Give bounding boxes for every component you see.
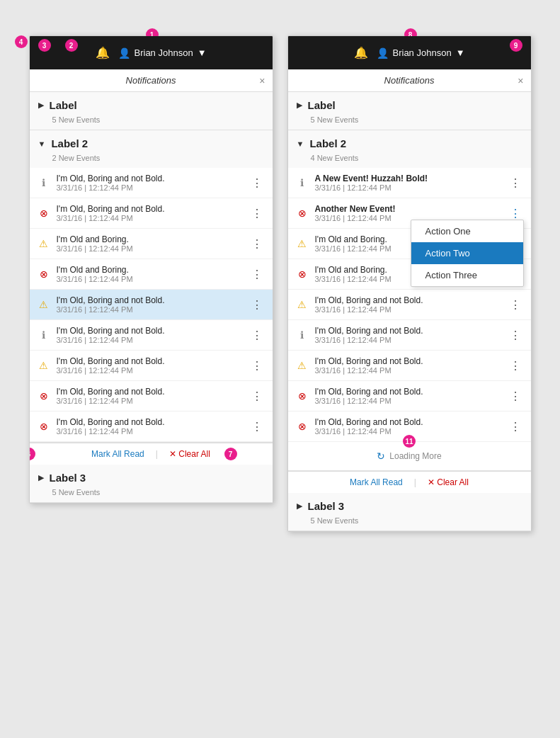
right-clear-all-label: Clear All (437, 477, 469, 487)
right-close-button[interactable]: × (518, 75, 523, 86)
right-notif-item-4: ⚠ I'm Old, Boring and not Bold. 3/31/16 … (288, 290, 531, 320)
notif-menu-button[interactable]: ⋮ (507, 358, 524, 374)
error-icon: ⊗ (37, 206, 51, 220)
annotation-badge-3: 3 (38, 39, 51, 52)
notif-time: 3/31/16 | 12:12:44 PM (315, 397, 501, 405)
right-bell-wrapper: 🔔 (354, 46, 368, 59)
info-icon: ℹ (295, 176, 309, 190)
left-label2-header[interactable]: ▼ Label 2 (30, 130, 273, 152)
notif-time: 3/31/16 | 12:12:44 PM (57, 336, 243, 344)
loading-more-text: Loading More (389, 451, 441, 461)
notif-time: 3/31/16 | 12:12:44 PM (57, 305, 243, 314)
notif-text: I'm Old, Boring and not Bold. (57, 417, 243, 427)
right-clear-all-button[interactable]: ✕ Clear All (428, 477, 469, 487)
notif-menu-button[interactable]: ⋮ (248, 297, 265, 313)
right-label2-header[interactable]: ▼ Label 2 (288, 130, 531, 152)
user-avatar-icon: 👤 (118, 47, 130, 59)
right-label3-subtitle: 5 New Events (288, 515, 531, 530)
left-notif-item-4-highlighted: 5 ⚠ I'm Old, Boring and not Bold. 3/31/1… (30, 290, 273, 320)
notif-text: I'm Old and Boring. (57, 234, 243, 244)
notif-menu-button[interactable]: ⋮ (248, 419, 265, 435)
user-info[interactable]: 👤 Brian Johnson ▼ (118, 47, 207, 59)
bell-wrapper: 🔔 (96, 46, 110, 59)
left-label1-group: ▶ Label 5 New Events (30, 92, 273, 130)
notif-content: I'm Old, Boring and not Bold. 3/31/16 | … (315, 295, 501, 314)
right-label3-header[interactable]: ▶ Label 3 (288, 493, 531, 515)
notif-menu-button[interactable]: ⋮ (507, 297, 524, 313)
notif-content: I'm Old, Boring and not Bold. 3/31/16 | … (57, 174, 243, 192)
right-label2-chevron: ▼ (297, 140, 304, 148)
notif-menu-button[interactable]: ⋮ (507, 327, 524, 344)
notif-menu-button[interactable]: ⋮ (248, 205, 265, 222)
notif-text: I'm Old, Boring and not Bold. (57, 204, 243, 214)
notif-time: 3/31/16 | 12:12:44 PM (57, 397, 243, 405)
left-label3-group: ▶ Label 3 5 New Events (30, 465, 273, 503)
action-three-item[interactable]: Action Three (411, 264, 523, 286)
notif-text: I'm Old, Boring and not Bold. (57, 174, 243, 183)
right-mark-all-read-button[interactable]: Mark All Read (350, 477, 403, 487)
left-close-button[interactable]: × (259, 75, 265, 86)
notif-menu-button[interactable]: ⋮ (248, 358, 265, 374)
left-notif-item-8: ⊗ I'm Old, Boring and not Bold. 3/31/16 … (30, 411, 273, 442)
right-user-name: Brian Johnson (393, 47, 452, 58)
error-icon: ⊗ (37, 419, 51, 433)
left-label3-header[interactable]: ▶ Label 3 (30, 465, 273, 487)
clear-all-x-icon: ✕ (169, 449, 178, 459)
action-one-item[interactable]: Action One (411, 220, 523, 242)
right-notif-title-bar: Notifications × (288, 69, 531, 92)
right-label2-title: Label 2 (309, 137, 346, 149)
notif-text: I'm Old, Boring and not Bold. (57, 326, 243, 336)
notif-menu-button[interactable]: ⋮ (248, 266, 265, 283)
notif-menu-button[interactable]: ⋮ (507, 388, 524, 404)
notif-content: I'm Old, Boring and not Bold. 3/31/16 | … (57, 326, 243, 344)
left-label1-title: Label (50, 99, 77, 111)
notif-text: I'm Old and Boring. (57, 265, 243, 275)
notif-text: A New Event! Huzzah! Bold! (315, 174, 501, 183)
notif-text: I'm Old, Boring and not Bold. (315, 326, 501, 336)
notif-text: I'm Old, Boring and not Bold. (57, 295, 243, 305)
notif-menu-button[interactable]: ⋮ (248, 327, 265, 344)
info-icon: ℹ (37, 328, 51, 342)
right-label1-header[interactable]: ▶ Label (288, 92, 531, 114)
right-label2-group: ▼ Label 2 4 New Events ℹ A New Event! Hu… (288, 130, 531, 471)
notif-menu-button[interactable]: ⋮ (507, 419, 524, 435)
left-notif-item-5: ℹ I'm Old, Boring and not Bold. 3/31/16 … (30, 320, 273, 351)
action-two-item[interactable]: Action Two (411, 242, 523, 264)
left-notif-item-1: ⊗ I'm Old, Boring and not Bold. 3/31/16 … (30, 198, 273, 229)
right-notif-item-7: ⊗ I'm Old, Boring and not Bold. 3/31/16 … (288, 381, 531, 411)
clear-all-button[interactable]: ✕ Clear All (169, 449, 210, 459)
right-notif-item-0: ℹ A New Event! Huzzah! Bold! 3/31/16 | 1… (288, 168, 531, 198)
left-label2-group: ▼ Label 2 2 New Events 4 ℹ I'm Old, Bori… (30, 130, 273, 443)
error-icon: ⊗ (295, 206, 309, 220)
notif-time: 3/31/16 | 12:12:44 PM (315, 336, 501, 344)
bell-icon[interactable]: 🔔 (96, 47, 110, 59)
notif-menu-button[interactable]: ⋮ (248, 388, 265, 404)
right-dropdown-arrow: ▼ (456, 47, 465, 58)
notif-menu-button[interactable]: ⋮ (248, 236, 265, 252)
notif-menu-button[interactable]: ⋮ (507, 175, 524, 191)
notif-text: I'm Old, Boring and not Bold. (315, 295, 501, 305)
left-notifications-panel: 2 3 🔔 👤 Brian Johnson ▼ Notifications × (29, 35, 273, 504)
warning-icon: ⚠ (295, 297, 309, 312)
warning-icon: ⚠ (295, 358, 309, 373)
notif-content: I'm Old, Boring and not Bold. 3/31/16 | … (315, 326, 501, 344)
left-notif-item-6: ⚠ I'm Old, Boring and not Bold. 3/31/16 … (30, 351, 273, 381)
notif-menu-button[interactable]: ⋮ (248, 175, 265, 191)
notif-time: 3/31/16 | 12:12:44 PM (57, 275, 243, 283)
left-label2-title: Label 2 (51, 137, 88, 149)
clear-all-label: Clear All (178, 449, 210, 459)
right-bell-icon[interactable]: 🔔 (354, 47, 368, 59)
notif-text: Another New Event! (315, 204, 501, 214)
left-footer-bar: 6 7 Mark All Read | ✕ Clear All (30, 443, 273, 465)
left-notif-title: Notifications (126, 75, 176, 86)
right-notif-title: Notifications (384, 75, 435, 86)
annotation-badge-7: 7 (224, 448, 237, 460)
warning-icon: ⚠ (37, 358, 51, 373)
notif-text: I'm Old, Boring and not Bold. (57, 387, 243, 397)
annotation-badge-11: 11 (403, 435, 416, 448)
annotation-badge-9: 9 (510, 39, 522, 52)
right-user-info[interactable]: 👤 Brian Johnson ▼ (377, 47, 465, 59)
left-label1-header[interactable]: ▶ Label (30, 92, 273, 114)
mark-all-read-button[interactable]: Mark All Read (91, 449, 144, 459)
notif-time: 3/31/16 | 12:12:44 PM (315, 366, 501, 375)
